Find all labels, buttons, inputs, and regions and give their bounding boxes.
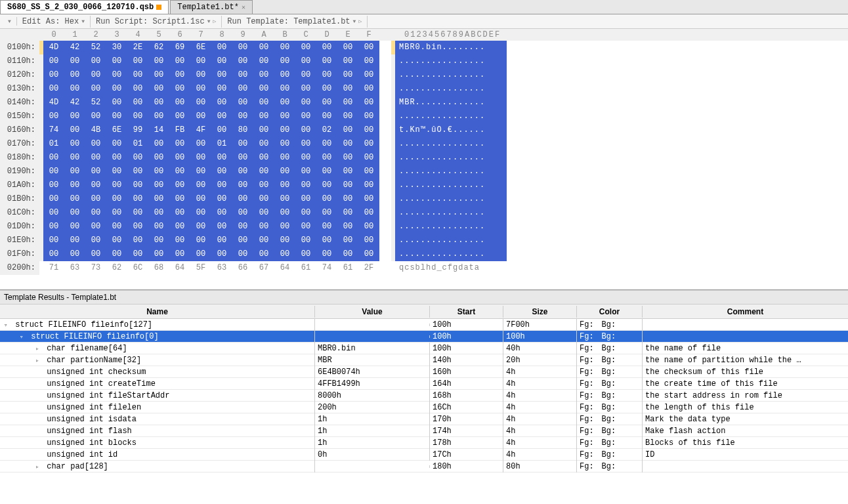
hex-row[interactable]: 01E0h:00000000000000000000000000000000..… bbox=[0, 234, 848, 247]
col-header-size[interactable]: Size bbox=[503, 306, 577, 318]
hex-byte[interactable]: 99 bbox=[127, 123, 148, 137]
hex-byte[interactable]: 30 bbox=[106, 41, 127, 54]
hex-byte[interactable]: 01 bbox=[127, 137, 148, 151]
hex-byte[interactable]: 00 bbox=[316, 192, 337, 206]
hex-byte[interactable]: 00 bbox=[295, 68, 316, 82]
hex-byte[interactable]: 00 bbox=[274, 123, 295, 137]
hex-byte[interactable]: 00 bbox=[127, 96, 148, 110]
hex-byte[interactable]: 00 bbox=[106, 82, 127, 96]
hex-bytes[interactable]: 00000000000000000000000000000000 bbox=[43, 110, 379, 123]
hex-byte[interactable]: 00 bbox=[64, 165, 85, 178]
hex-byte[interactable]: 00 bbox=[232, 247, 253, 261]
hex-row[interactable]: 0140h:4D425200000000000000000000000000MB… bbox=[0, 96, 848, 110]
hex-byte[interactable]: 00 bbox=[253, 137, 274, 151]
hex-byte[interactable]: 00 bbox=[274, 220, 295, 234]
hex-byte[interactable]: 63 bbox=[211, 261, 232, 275]
toolbar-menu-icon[interactable]: ▼ bbox=[3, 17, 17, 26]
hex-byte[interactable]: 00 bbox=[127, 206, 148, 220]
hex-byte[interactable]: 4D bbox=[43, 96, 64, 110]
results-row[interactable]: ▿ struct FILEINFO fileinfo[127]100h7F00h… bbox=[0, 319, 848, 331]
hex-byte[interactable]: 00 bbox=[337, 192, 358, 206]
hex-bytes[interactable]: 00000000000000000000000000000000 bbox=[43, 234, 379, 247]
hex-byte[interactable]: 00 bbox=[211, 165, 232, 178]
hex-byte[interactable]: 52 bbox=[85, 96, 106, 110]
results-row[interactable]: unsigned int filelen200h16Ch4hFg:Bg:the … bbox=[0, 402, 848, 413]
hex-byte[interactable]: 00 bbox=[232, 68, 253, 82]
hex-byte[interactable]: 00 bbox=[253, 110, 274, 123]
hex-byte[interactable]: 00 bbox=[337, 220, 358, 234]
hex-byte[interactable]: 00 bbox=[295, 96, 316, 110]
hex-byte[interactable]: 00 bbox=[169, 151, 190, 165]
hex-byte[interactable]: 00 bbox=[358, 151, 379, 165]
hex-byte[interactable]: 00 bbox=[274, 151, 295, 165]
hex-byte[interactable]: 00 bbox=[85, 54, 106, 68]
hex-ascii[interactable]: ................ bbox=[395, 247, 507, 261]
hex-row[interactable]: 0190h:00000000000000000000000000000000..… bbox=[0, 165, 848, 178]
hex-byte[interactable]: 00 bbox=[106, 110, 127, 123]
hex-byte[interactable]: 00 bbox=[358, 247, 379, 261]
hex-byte[interactable]: 00 bbox=[85, 178, 106, 192]
hex-byte[interactable]: 00 bbox=[358, 82, 379, 96]
hex-byte[interactable]: 00 bbox=[295, 123, 316, 137]
hex-bytes[interactable]: 4D4252302E62696E0000000000000000 bbox=[43, 41, 379, 54]
hex-byte[interactable]: 00 bbox=[253, 82, 274, 96]
hex-byte[interactable]: 00 bbox=[232, 220, 253, 234]
hex-row[interactable]: 01F0h:00000000000000000000000000000000..… bbox=[0, 247, 848, 261]
hex-byte[interactable]: 64 bbox=[169, 261, 190, 275]
hex-row[interactable]: 0110h:00000000000000000000000000000000..… bbox=[0, 54, 848, 68]
hex-byte[interactable]: 01 bbox=[211, 137, 232, 151]
results-row[interactable]: unsigned int flash1h174h4hFg:Bg:Make fla… bbox=[0, 425, 848, 437]
hex-byte[interactable]: 00 bbox=[106, 192, 127, 206]
tree-arrow-icon[interactable]: ▹ bbox=[35, 345, 42, 352]
hex-byte[interactable]: 00 bbox=[64, 234, 85, 247]
hex-byte[interactable]: 00 bbox=[274, 137, 295, 151]
hex-byte[interactable]: 42 bbox=[64, 96, 85, 110]
hex-byte[interactable]: 80 bbox=[232, 123, 253, 137]
hex-bytes[interactable]: 00000000000000000000000000000000 bbox=[43, 165, 379, 178]
hex-byte[interactable]: 00 bbox=[106, 220, 127, 234]
hex-byte[interactable]: 42 bbox=[64, 41, 85, 54]
file-tab[interactable]: Template1.bt*✕ bbox=[170, 0, 253, 14]
hex-bytes[interactable]: 00000000000000000000000000000000 bbox=[43, 151, 379, 165]
col-header-start[interactable]: Start bbox=[430, 306, 503, 318]
hex-byte[interactable]: 00 bbox=[295, 192, 316, 206]
hex-byte[interactable]: 00 bbox=[64, 82, 85, 96]
hex-row[interactable]: 0130h:00000000000000000000000000000000..… bbox=[0, 82, 848, 96]
hex-byte[interactable]: 2F bbox=[358, 261, 379, 275]
hex-bytes[interactable]: 00000000000000000000000000000000 bbox=[43, 54, 379, 68]
hex-byte[interactable]: 00 bbox=[148, 206, 169, 220]
hex-byte[interactable]: 00 bbox=[211, 151, 232, 165]
hex-byte[interactable]: 00 bbox=[316, 110, 337, 123]
hex-byte[interactable]: 00 bbox=[358, 54, 379, 68]
hex-byte[interactable]: 00 bbox=[232, 137, 253, 151]
hex-byte[interactable]: 00 bbox=[274, 165, 295, 178]
hex-byte[interactable]: 00 bbox=[64, 54, 85, 68]
hex-byte[interactable]: 00 bbox=[211, 234, 232, 247]
hex-byte[interactable]: 00 bbox=[253, 247, 274, 261]
col-header-value[interactable]: Value bbox=[315, 306, 430, 318]
hex-byte[interactable]: 00 bbox=[337, 110, 358, 123]
hex-byte[interactable]: 00 bbox=[169, 220, 190, 234]
hex-byte[interactable]: 00 bbox=[274, 96, 295, 110]
hex-ascii[interactable]: ................ bbox=[395, 110, 507, 123]
hex-byte[interactable]: 00 bbox=[211, 41, 232, 54]
hex-byte[interactable]: 00 bbox=[127, 178, 148, 192]
hex-byte[interactable]: 6E bbox=[106, 123, 127, 137]
hex-byte[interactable]: 00 bbox=[232, 192, 253, 206]
hex-byte[interactable]: 00 bbox=[211, 96, 232, 110]
hex-byte[interactable]: 00 bbox=[358, 206, 379, 220]
hex-byte[interactable]: 00 bbox=[274, 178, 295, 192]
hex-byte[interactable]: 00 bbox=[190, 220, 211, 234]
hex-byte[interactable]: 00 bbox=[127, 234, 148, 247]
hex-byte[interactable]: 00 bbox=[232, 110, 253, 123]
results-row[interactable]: unsigned int checksum6E4B0074h160h4hFg:B… bbox=[0, 366, 848, 378]
hex-byte[interactable]: 00 bbox=[358, 192, 379, 206]
hex-byte[interactable]: 00 bbox=[211, 123, 232, 137]
hex-byte[interactable]: 00 bbox=[232, 82, 253, 96]
hex-byte[interactable]: 00 bbox=[232, 178, 253, 192]
hex-byte[interactable]: 00 bbox=[106, 54, 127, 68]
hex-byte[interactable]: 00 bbox=[295, 178, 316, 192]
hex-byte[interactable]: 00 bbox=[148, 151, 169, 165]
hex-byte[interactable]: 00 bbox=[337, 165, 358, 178]
hex-byte[interactable]: 00 bbox=[274, 110, 295, 123]
